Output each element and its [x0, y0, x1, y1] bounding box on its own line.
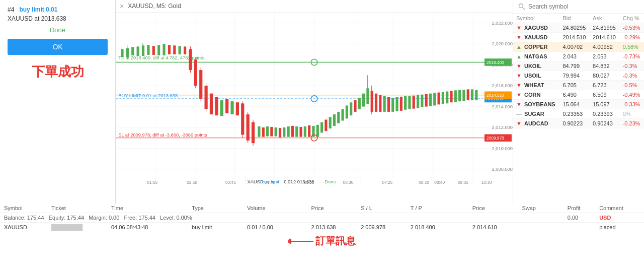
order-symbol: XAUUSD [0, 223, 47, 232]
order-empty5 [551, 223, 564, 232]
sym-chg: -0.3% [620, 71, 644, 81]
sym-bid: 79.994 [559, 71, 590, 81]
svg-rect-122 [442, 92, 444, 104]
symbol-row[interactable]: ▼ UKOIL 84.799 84.832 -0.3% [513, 61, 644, 71]
th-time: Time [107, 204, 176, 213]
free-label: Free: 175.44 [124, 215, 155, 221]
sym-chg: -0.73% [620, 52, 644, 61]
svg-text:08:40: 08:40 [434, 180, 445, 185]
symbol-row[interactable]: ▲ NATGAS 2.043 2.053 -0.73% [513, 52, 644, 61]
order-row: XAUUSD ████████ 04.06 08:43:48 buy limit… [0, 223, 644, 232]
svg-rect-130 [475, 90, 477, 100]
svg-rect-119 [429, 94, 432, 106]
svg-rect-107 [379, 95, 381, 112]
svg-rect-121 [438, 93, 440, 105]
svg-rect-86 [299, 127, 302, 137]
svg-rect-53 [173, 45, 176, 54]
svg-line-152 [523, 8, 525, 10]
svg-rect-45 [137, 46, 139, 56]
order-panel: #4 buy limit 0.01 XAUUSD at 2013.638 Don… [0, 0, 116, 204]
order-empty3 [295, 223, 307, 232]
svg-rect-109 [387, 97, 390, 112]
svg-rect-84 [291, 126, 294, 137]
sym-chg: -0.23% [620, 119, 644, 128]
svg-text:BUY LIMIT 0.01 at 2013.638: BUY LIMIT 0.01 at 2013.638 [118, 93, 178, 98]
svg-rect-100 [358, 98, 361, 109]
svg-rect-101 [362, 94, 365, 107]
svg-text:02:50: 02:50 [187, 180, 197, 185]
arrow-left-icon [288, 236, 313, 246]
svg-rect-64 [210, 94, 213, 114]
symbol-row[interactable]: ▼ USOIL 79.994 80.027 -0.3% [513, 71, 644, 81]
svg-rect-108 [383, 96, 386, 112]
ok-button[interactable]: OK [8, 39, 108, 55]
sym-name-cell: ▼ WHEAT [513, 81, 559, 90]
th-empty2 [231, 204, 243, 213]
order-time: 04.06 08:43:48 [107, 223, 176, 232]
sym-name-cell: ▲ COPPER [513, 42, 559, 52]
svg-text:10:30: 10:30 [481, 180, 492, 185]
svg-text:2009.978: 2009.978 [487, 136, 504, 141]
order-swap [518, 223, 551, 232]
order-tp: 2 018.400 [407, 223, 456, 232]
order-comment: placed [595, 223, 644, 232]
svg-rect-78 [266, 126, 269, 137]
sym-bid: 0.23353 [559, 109, 590, 119]
sym-ask: 2.053 [590, 52, 620, 61]
svg-text:2,020.000: 2,020.000 [492, 41, 513, 46]
symbol-row[interactable]: ▼ XAUUSD 2014.510 2014.610 -0.29% [513, 33, 644, 42]
order-id-suffix [16, 6, 18, 13]
th-volume: Volume [243, 204, 295, 213]
symbol-row[interactable]: ▼ WHEAT 6.705 6.723 -0.5% [513, 81, 644, 90]
symbol-row[interactable]: ▼ AUDCAD 0.90223 0.90243 -0.23% [513, 119, 644, 128]
profit-val: 0.00 [564, 213, 595, 223]
svg-text:SL at 2009.978, diff at -3.660: SL at 2009.978, diff at -3.660, -3660 po… [118, 132, 207, 138]
svg-text:07:25: 07:25 [382, 180, 392, 185]
svg-rect-46 [142, 45, 144, 56]
svg-text:2,014.000: 2,014.000 [492, 104, 513, 109]
order-id: #4 [8, 6, 14, 13]
symbol-search-input[interactable] [528, 3, 639, 10]
sym-arrow: ▼ [516, 63, 522, 69]
symbol-row[interactable]: ▼ SOYBEANS 15.064 15.097 -0.33% [513, 100, 644, 109]
symbol-row[interactable]: ▼ XAGUSD 24.80295 24.81995 -0.53% [513, 23, 644, 33]
sym-arrow: ▲ [516, 53, 522, 59]
symbol-row[interactable]: — SUGAR 0.23353 0.23393 0% [513, 109, 644, 119]
sym-name-cell: ▲ NATGAS [513, 52, 559, 61]
svg-rect-79 [270, 127, 273, 137]
symbol-row[interactable]: ▼ CORN 6.490 6.509 -0.49% [513, 90, 644, 100]
sym-ask: 6.723 [590, 81, 620, 90]
svg-rect-67 [225, 99, 228, 113]
sym-name-cell: ▼ XAGUSD [513, 23, 559, 33]
svg-text:2,022.000: 2,022.000 [492, 21, 513, 26]
balance-label: Balance: 175.44 [4, 215, 44, 221]
svg-text:05:35: 05:35 [304, 180, 314, 185]
svg-text:09:35: 09:35 [458, 180, 468, 185]
th-empty5 [551, 204, 564, 213]
order-annotation: 訂單訊息 [0, 234, 644, 248]
sym-chg: -0.5% [620, 81, 644, 90]
svg-rect-110 [391, 98, 394, 112]
sym-bid: 24.80295 [559, 23, 590, 33]
svg-rect-95 [337, 112, 340, 123]
svg-text:2,016.000: 2,016.000 [492, 83, 513, 88]
th-tp: T / P [407, 204, 456, 213]
sym-ask: 15.097 [590, 100, 620, 109]
sym-arrow: ▼ [516, 25, 522, 31]
svg-rect-88 [308, 125, 310, 137]
sym-name: XAGUSD [524, 25, 548, 31]
sym-name: XAUUSD [524, 34, 547, 40]
svg-text:08:20: 08:20 [419, 180, 429, 185]
symbol-row[interactable]: ▲ COPPER 4.00702 4.00952 0.58% [513, 42, 644, 52]
chart-close-button[interactable]: × [120, 2, 124, 10]
sym-chg: -0.49% [620, 90, 644, 100]
th-sl: S / L [357, 204, 407, 213]
svg-rect-82 [283, 127, 285, 137]
sym-bid: 6.705 [559, 81, 590, 90]
svg-rect-76 [258, 126, 260, 137]
chart-section: × XAUUSD, M5: Gold [116, 0, 513, 204]
symbol-table: Symbol Bid Ask Chg % ▼ XAGUSD 24.80295 2… [513, 14, 644, 128]
sym-bid: 84.799 [559, 61, 590, 71]
order-empty4 [456, 223, 468, 232]
sym-name-cell: ▼ AUDCAD [513, 119, 559, 128]
